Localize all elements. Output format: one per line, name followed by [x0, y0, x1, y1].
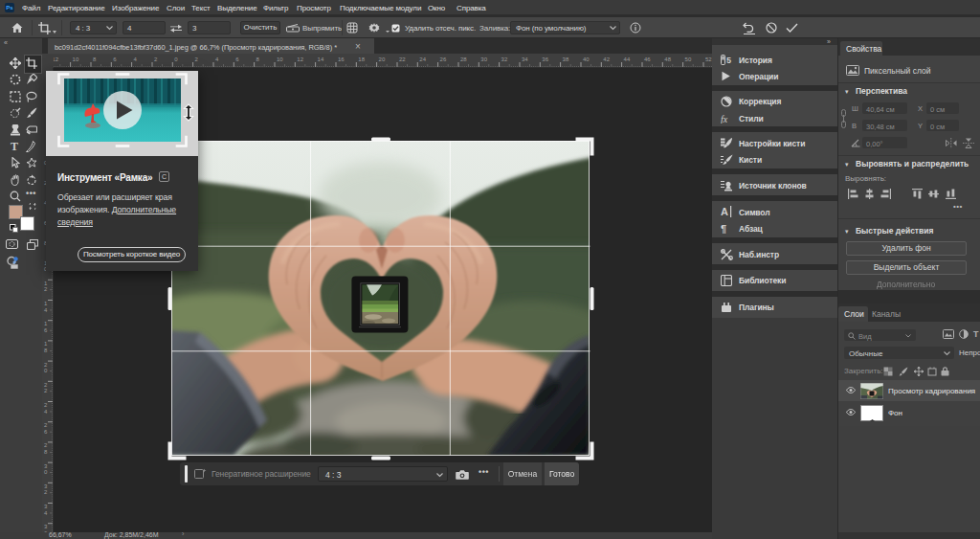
- svg-text:40: 40: [583, 56, 590, 62]
- svg-text:2: 2: [44, 442, 48, 448]
- svg-text:4: 4: [134, 56, 138, 62]
- svg-text:32: 32: [501, 56, 508, 62]
- svg-text:8: 8: [93, 56, 97, 62]
- svg-text:1: 1: [44, 321, 48, 326]
- svg-text:¶: ¶: [721, 223, 726, 235]
- svg-text:2: 2: [44, 402, 48, 408]
- svg-text:8: 8: [44, 449, 48, 455]
- svg-text:2: 2: [44, 422, 48, 428]
- svg-text:4: 4: [44, 510, 48, 516]
- svg-text:6: 6: [44, 429, 48, 435]
- svg-text:A: A: [721, 206, 728, 217]
- svg-text:20: 20: [379, 56, 386, 62]
- svg-text:46: 46: [644, 56, 651, 62]
- svg-text:38: 38: [563, 56, 569, 62]
- svg-text:2: 2: [44, 382, 48, 388]
- svg-text:36: 36: [542, 56, 548, 62]
- svg-text:2: 2: [44, 286, 48, 292]
- svg-text:2: 2: [44, 388, 48, 393]
- svg-text:42: 42: [603, 56, 610, 62]
- svg-text:28: 28: [460, 56, 467, 62]
- svg-text:4: 4: [44, 409, 48, 415]
- svg-text:22: 22: [399, 56, 406, 62]
- svg-text:3: 3: [44, 504, 48, 509]
- svg-text:8: 8: [256, 56, 260, 62]
- svg-text:18: 18: [358, 56, 365, 62]
- svg-text:50: 50: [685, 56, 692, 62]
- svg-text:2: 2: [44, 362, 48, 368]
- svg-text:4: 4: [215, 56, 219, 62]
- svg-text:3: 3: [44, 463, 48, 469]
- svg-text:52: 52: [705, 56, 712, 62]
- svg-text:26: 26: [440, 56, 447, 62]
- svg-text:2: 2: [154, 56, 158, 62]
- svg-text:6: 6: [113, 56, 117, 62]
- svg-text:2: 2: [195, 56, 199, 62]
- svg-text:48: 48: [664, 56, 671, 62]
- svg-text:8: 8: [44, 348, 48, 353]
- svg-text:4: 4: [44, 307, 48, 313]
- svg-text:1: 1: [44, 281, 48, 286]
- svg-text:1: 1: [44, 341, 48, 347]
- svg-text:2: 2: [44, 489, 48, 495]
- svg-text:0: 0: [44, 368, 48, 373]
- svg-text:24: 24: [419, 56, 426, 62]
- svg-text:0: 0: [174, 56, 178, 62]
- svg-text:14: 14: [318, 56, 324, 62]
- svg-text:1: 1: [44, 301, 48, 306]
- svg-text:0: 0: [44, 469, 48, 475]
- svg-text:6: 6: [235, 56, 239, 62]
- svg-text:fx: fx: [721, 114, 728, 124]
- svg-text:16: 16: [338, 56, 345, 62]
- svg-text:10: 10: [277, 56, 283, 62]
- svg-text:10: 10: [73, 56, 79, 62]
- svg-text:6: 6: [44, 327, 48, 333]
- svg-text:34: 34: [522, 56, 528, 62]
- svg-text:3: 3: [44, 483, 48, 489]
- svg-text:44: 44: [624, 56, 631, 62]
- svg-text:3: 3: [44, 524, 48, 529]
- svg-text:12: 12: [297, 56, 303, 62]
- svg-text:5: 5: [726, 56, 731, 65]
- svg-text:30: 30: [480, 56, 487, 62]
